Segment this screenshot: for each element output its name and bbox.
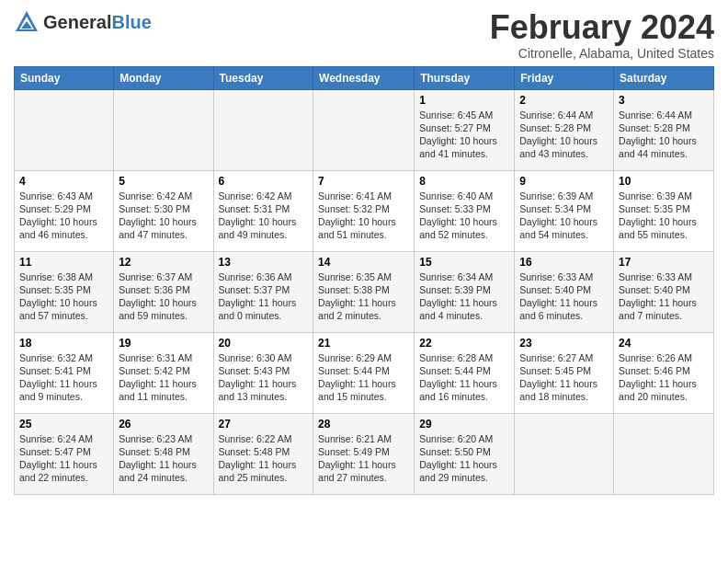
calendar-week-row: 25Sunrise: 6:24 AMSunset: 5:47 PMDayligh… xyxy=(15,413,714,494)
calendar-cell: 26Sunrise: 6:23 AMSunset: 5:48 PMDayligh… xyxy=(114,413,213,494)
day-number: 7 xyxy=(318,175,409,188)
calendar-cell: 8Sunrise: 6:40 AMSunset: 5:33 PMDaylight… xyxy=(415,170,515,251)
calendar-cell: 13Sunrise: 6:36 AMSunset: 5:37 PMDayligh… xyxy=(213,251,313,332)
weekday-header: Saturday xyxy=(614,66,714,89)
calendar-cell: 19Sunrise: 6:31 AMSunset: 5:42 PMDayligh… xyxy=(114,332,213,413)
day-info: Sunrise: 6:45 AMSunset: 5:27 PMDaylight:… xyxy=(419,109,509,161)
day-info: Sunrise: 6:33 AMSunset: 5:40 PMDaylight:… xyxy=(519,270,609,323)
weekday-header: Sunday xyxy=(15,66,114,89)
weekday-row: SundayMondayTuesdayWednesdayThursdayFrid… xyxy=(15,66,714,89)
calendar-cell: 10Sunrise: 6:39 AMSunset: 5:35 PMDayligh… xyxy=(614,170,714,251)
calendar-cell: 24Sunrise: 6:26 AMSunset: 5:46 PMDayligh… xyxy=(614,332,714,413)
day-info: Sunrise: 6:44 AMSunset: 5:28 PMDaylight:… xyxy=(519,109,609,161)
calendar-subtitle: Citronelle, Alabama, United States xyxy=(490,46,714,61)
calendar-week-row: 1Sunrise: 6:45 AMSunset: 5:27 PMDaylight… xyxy=(15,89,714,170)
calendar-cell: 23Sunrise: 6:27 AMSunset: 5:45 PMDayligh… xyxy=(515,332,614,413)
calendar-cell: 17Sunrise: 6:33 AMSunset: 5:40 PMDayligh… xyxy=(614,251,714,332)
day-info: Sunrise: 6:37 AMSunset: 5:36 PMDaylight:… xyxy=(119,270,208,323)
day-number: 24 xyxy=(619,337,709,350)
calendar-cell: 11Sunrise: 6:38 AMSunset: 5:35 PMDayligh… xyxy=(15,251,114,332)
day-info: Sunrise: 6:44 AMSunset: 5:28 PMDaylight:… xyxy=(619,109,709,161)
calendar-cell xyxy=(614,413,714,494)
calendar-cell: 18Sunrise: 6:32 AMSunset: 5:41 PMDayligh… xyxy=(15,332,114,413)
calendar-cell: 12Sunrise: 6:37 AMSunset: 5:36 PMDayligh… xyxy=(114,251,213,332)
calendar-cell xyxy=(313,89,415,170)
day-number: 27 xyxy=(219,418,309,431)
day-number: 6 xyxy=(219,175,309,188)
calendar-title: February 2024 xyxy=(490,9,714,46)
calendar-cell: 3Sunrise: 6:44 AMSunset: 5:28 PMDaylight… xyxy=(614,89,714,170)
day-info: Sunrise: 6:28 AMSunset: 5:44 PMDaylight:… xyxy=(419,351,509,404)
day-info: Sunrise: 6:33 AMSunset: 5:40 PMDaylight:… xyxy=(619,270,709,323)
calendar-cell: 14Sunrise: 6:35 AMSunset: 5:38 PMDayligh… xyxy=(313,251,415,332)
day-number: 4 xyxy=(19,175,108,188)
calendar-week-row: 18Sunrise: 6:32 AMSunset: 5:41 PMDayligh… xyxy=(15,332,714,413)
calendar-cell: 22Sunrise: 6:28 AMSunset: 5:44 PMDayligh… xyxy=(415,332,515,413)
day-info: Sunrise: 6:42 AMSunset: 5:30 PMDaylight:… xyxy=(119,190,208,242)
calendar-page: GeneralBlue February 2024 Citronelle, Al… xyxy=(0,0,728,563)
calendar-cell: 2Sunrise: 6:44 AMSunset: 5:28 PMDaylight… xyxy=(515,89,614,170)
calendar-cell xyxy=(213,89,313,170)
day-info: Sunrise: 6:35 AMSunset: 5:38 PMDaylight:… xyxy=(318,270,409,323)
calendar-cell xyxy=(15,89,114,170)
weekday-header: Tuesday xyxy=(213,66,313,89)
day-number: 2 xyxy=(519,94,609,107)
logo: GeneralBlue xyxy=(14,9,152,35)
day-info: Sunrise: 6:26 AMSunset: 5:46 PMDaylight:… xyxy=(619,351,709,404)
day-info: Sunrise: 6:39 AMSunset: 5:34 PMDaylight:… xyxy=(519,190,609,242)
day-number: 25 xyxy=(19,418,108,431)
day-number: 15 xyxy=(419,256,509,269)
day-number: 8 xyxy=(419,175,509,188)
day-number: 29 xyxy=(419,418,509,431)
day-number: 28 xyxy=(318,418,409,431)
logo-general-text: General xyxy=(43,12,111,32)
calendar-cell: 7Sunrise: 6:41 AMSunset: 5:32 PMDaylight… xyxy=(313,170,415,251)
calendar-cell: 29Sunrise: 6:20 AMSunset: 5:50 PMDayligh… xyxy=(415,413,515,494)
calendar-week-row: 11Sunrise: 6:38 AMSunset: 5:35 PMDayligh… xyxy=(15,251,714,332)
day-number: 14 xyxy=(318,256,409,269)
day-info: Sunrise: 6:42 AMSunset: 5:31 PMDaylight:… xyxy=(219,190,309,242)
day-number: 5 xyxy=(119,175,208,188)
day-info: Sunrise: 6:34 AMSunset: 5:39 PMDaylight:… xyxy=(419,270,509,323)
calendar-header: SundayMondayTuesdayWednesdayThursdayFrid… xyxy=(15,66,714,89)
calendar-week-row: 4Sunrise: 6:43 AMSunset: 5:29 PMDaylight… xyxy=(15,170,714,251)
day-info: Sunrise: 6:40 AMSunset: 5:33 PMDaylight:… xyxy=(419,190,509,242)
calendar-cell: 21Sunrise: 6:29 AMSunset: 5:44 PMDayligh… xyxy=(313,332,415,413)
calendar-cell: 4Sunrise: 6:43 AMSunset: 5:29 PMDaylight… xyxy=(15,170,114,251)
calendar-cell: 1Sunrise: 6:45 AMSunset: 5:27 PMDaylight… xyxy=(415,89,515,170)
day-number: 20 xyxy=(219,337,309,350)
logo-blue-text: Blue xyxy=(111,12,151,32)
day-info: Sunrise: 6:30 AMSunset: 5:43 PMDaylight:… xyxy=(219,351,309,404)
day-info: Sunrise: 6:22 AMSunset: 5:48 PMDaylight:… xyxy=(219,432,309,485)
calendar-table: SundayMondayTuesdayWednesdayThursdayFrid… xyxy=(14,66,714,495)
day-number: 16 xyxy=(519,256,609,269)
day-info: Sunrise: 6:21 AMSunset: 5:49 PMDaylight:… xyxy=(318,432,409,485)
day-number: 9 xyxy=(519,175,609,188)
day-info: Sunrise: 6:24 AMSunset: 5:47 PMDaylight:… xyxy=(19,432,108,485)
day-number: 23 xyxy=(519,337,609,350)
calendar-cell: 5Sunrise: 6:42 AMSunset: 5:30 PMDaylight… xyxy=(114,170,213,251)
day-number: 10 xyxy=(619,175,709,188)
calendar-body: 1Sunrise: 6:45 AMSunset: 5:27 PMDaylight… xyxy=(15,89,714,494)
day-number: 3 xyxy=(619,94,709,107)
weekday-header: Friday xyxy=(515,66,614,89)
day-info: Sunrise: 6:20 AMSunset: 5:50 PMDaylight:… xyxy=(419,432,509,485)
calendar-cell: 15Sunrise: 6:34 AMSunset: 5:39 PMDayligh… xyxy=(415,251,515,332)
logo-icon xyxy=(14,9,40,35)
weekday-header: Thursday xyxy=(415,66,515,89)
day-number: 18 xyxy=(19,337,108,350)
day-number: 22 xyxy=(419,337,509,350)
day-number: 26 xyxy=(119,418,208,431)
weekday-header: Monday xyxy=(114,66,213,89)
day-info: Sunrise: 6:36 AMSunset: 5:37 PMDaylight:… xyxy=(219,270,309,323)
day-info: Sunrise: 6:23 AMSunset: 5:48 PMDaylight:… xyxy=(119,432,208,485)
day-info: Sunrise: 6:27 AMSunset: 5:45 PMDaylight:… xyxy=(519,351,609,404)
calendar-cell: 27Sunrise: 6:22 AMSunset: 5:48 PMDayligh… xyxy=(213,413,313,494)
day-info: Sunrise: 6:39 AMSunset: 5:35 PMDaylight:… xyxy=(619,190,709,242)
day-number: 19 xyxy=(119,337,208,350)
calendar-cell xyxy=(114,89,213,170)
day-info: Sunrise: 6:43 AMSunset: 5:29 PMDaylight:… xyxy=(19,190,108,242)
calendar-cell: 6Sunrise: 6:42 AMSunset: 5:31 PMDaylight… xyxy=(213,170,313,251)
day-number: 13 xyxy=(219,256,309,269)
calendar-cell: 20Sunrise: 6:30 AMSunset: 5:43 PMDayligh… xyxy=(213,332,313,413)
